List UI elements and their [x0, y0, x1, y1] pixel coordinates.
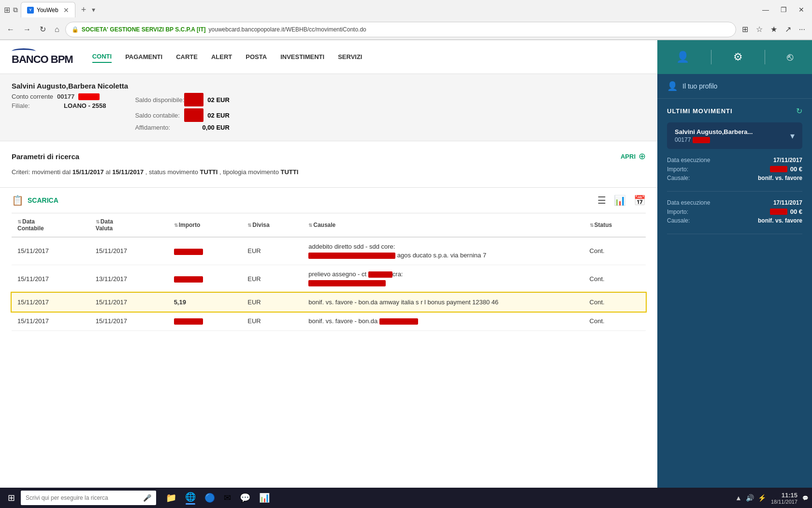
taskbar-apps: 📁 🌐 🔵 ✉ 💬 📊 — [162, 488, 274, 508]
movement-causale-row-1: Causale: bonif. vs. favore — [667, 175, 802, 181]
minimize-button[interactable]: — — [758, 5, 773, 15]
movement-date-value-1: 17/11/2017 — [773, 157, 802, 164]
reader-view-button[interactable]: ⊞ — [739, 23, 751, 36]
sidebar-body: 👤 Il tuo profilo ULTIMI MOVIMENTI ↻ Salv… — [657, 74, 812, 250]
maximize-button[interactable]: ❐ — [777, 5, 791, 15]
table-section: 📋 SCARICA ☰ 📊 📅 ⇅DataContabile ⇅DataValu… — [0, 188, 657, 341]
account-type-label: Conto corrente — [12, 93, 53, 100]
cell-importo — [168, 237, 242, 265]
account-left: Conto corrente 00177 Filiale: LOANO - 25… — [12, 93, 106, 133]
nav-alert[interactable]: ALERT — [211, 51, 232, 62]
forward-button[interactable]: → — [20, 23, 34, 36]
settings-icon-button[interactable]: ⚙ — [733, 51, 743, 63]
taskbar-app-indicator — [186, 503, 195, 505]
account-type-row: Conto corrente 00177 — [12, 93, 106, 100]
share-button[interactable]: ↗ — [782, 23, 794, 36]
cell-data-valuta: 15/11/2017 — [90, 237, 168, 265]
sidebar-account-card[interactable]: Salvini Augusto,Barbera... 00177 ▾ — [667, 122, 802, 149]
movement-item-2: Data esecuzione 17/11/2017 Importo: 00 €… — [667, 199, 802, 234]
taskbar-search-input[interactable] — [26, 494, 140, 501]
close-button[interactable]: ✕ — [795, 5, 808, 15]
nav-posta[interactable]: POSTA — [246, 51, 267, 62]
col-divisa[interactable]: ⇅Divisa — [242, 213, 303, 237]
profile-icon-button[interactable]: 👤 — [676, 51, 689, 63]
taskbar-app-explorer[interactable]: 📁 — [162, 488, 180, 508]
taskbar-app-chrome[interactable]: 🔵 — [201, 488, 219, 508]
list-view-button[interactable]: ☰ — [597, 194, 606, 206]
notification-icon[interactable]: 💬 — [802, 495, 808, 501]
logo-text: BANCO BPM — [12, 53, 73, 66]
account-card-chevron[interactable]: ▾ — [790, 131, 795, 141]
taskbar: ⊞ 🎤 📁 🌐 🔵 ✉ 💬 📊 ▲ 🔊 ⚡ 11:15 — [0, 488, 812, 508]
taskbar-search[interactable]: 🎤 — [21, 491, 156, 505]
nav-pagamenti[interactable]: PAGAMENTI — [125, 51, 162, 62]
profile-link-icon: 👤 — [667, 81, 678, 91]
profile-link[interactable]: 👤 Il tuo profilo — [657, 74, 812, 99]
folder-icon: 📁 — [166, 493, 176, 503]
refresh-button[interactable]: ↻ — [37, 23, 49, 36]
download-icon: 📋 — [12, 194, 24, 206]
search-title: Parametri di ricerca — [12, 152, 79, 161]
cell-causale: prelievo assegno - ct cra: — [303, 265, 583, 293]
col-causale[interactable]: ⇅Causale — [303, 213, 583, 237]
profile-link-label: Il tuo profilo — [682, 82, 717, 90]
nav-conti[interactable]: CONTI — [92, 51, 112, 63]
movement-date-value-2: 17/11/2017 — [773, 199, 802, 206]
col-importo[interactable]: ⇅Importo — [168, 213, 242, 237]
taskbar-app-edge[interactable]: 🌐 — [181, 488, 200, 508]
start-button[interactable]: ⊞ — [4, 491, 19, 505]
chat-icon: 💬 — [240, 493, 250, 503]
filiale-value: LOANO - 2558 — [64, 102, 106, 109]
movement-date-row-2: Data esecuzione 17/11/2017 — [667, 199, 802, 206]
sidebar-top: 👤 ⚙ ⎋ — [657, 40, 812, 74]
movement-date-label-2: Data esecuzione — [667, 199, 710, 206]
taskbar-app-excel[interactable]: 📊 — [255, 488, 274, 508]
ultimi-movimenti-title: ULTIMI MOVIMENTI ↻ — [667, 106, 802, 116]
saldo-contabile-redacted — [184, 108, 203, 122]
favorites-button[interactable]: ☆ — [753, 23, 766, 36]
col-data-valuta[interactable]: ⇅DataValuta — [90, 213, 168, 237]
refresh-movements-button[interactable]: ↻ — [796, 106, 802, 116]
affidamento-value: 0,00 EUR — [202, 124, 229, 131]
window-icon: ⊞ — [4, 5, 10, 15]
apri-icon: ⊕ — [638, 151, 646, 162]
calendar-view-button[interactable]: 📅 — [634, 194, 646, 206]
volume-icon: 🔊 — [746, 494, 754, 502]
apri-button[interactable]: APRI ⊕ — [621, 151, 646, 162]
address-bar[interactable]: 🔒 SOCIETA' GESTIONE SERVIZI BP S.C.P.A [… — [65, 22, 736, 37]
url-text: youwebcard.bancopopolare.it/WEBHB/cc/mov… — [209, 26, 730, 33]
col-status[interactable]: ⇅Status — [584, 213, 646, 237]
movement-causale-value-1: bonif. vs. favore — [758, 175, 802, 181]
criteria-text: Criteri: movimenti dal 15/11/2017 al 15/… — [12, 167, 646, 178]
new-tab-button[interactable]: + — [78, 4, 89, 16]
logout-icon-button[interactable]: ⎋ — [787, 51, 793, 63]
tab-close-button[interactable]: ✕ — [63, 6, 69, 14]
affidamento-label: Affidamento: — [135, 124, 170, 131]
saldo-disponibile-label: Saldo disponibile: — [135, 96, 184, 104]
chart-view-button[interactable]: 📊 — [614, 194, 626, 206]
more-button[interactable]: ··· — [796, 23, 808, 36]
importo-redacted-sidebar-2 — [770, 209, 787, 215]
back-button[interactable]: ← — [4, 23, 17, 36]
taskbar-app-email[interactable]: ✉ — [220, 488, 235, 508]
saldo-contabile-row: Saldo contabile: 02 EUR — [135, 108, 229, 122]
col-data-contabile[interactable]: ⇅DataContabile — [12, 213, 90, 237]
cell-data-contabile: 15/11/2017 — [12, 293, 90, 312]
movement-importo-value-2: 00 € — [770, 208, 802, 215]
table-view-icons: ☰ 📊 📅 — [597, 194, 646, 206]
nav-carte[interactable]: CARTE — [176, 51, 198, 62]
table-header: ⇅DataContabile ⇅DataValuta ⇅Importo ⇅Div… — [12, 213, 646, 237]
search-params-section: Parametri di ricerca APRI ⊕ Criteri: mov… — [0, 141, 657, 188]
nav-investimenti[interactable]: INVESTIMENTI — [280, 51, 324, 62]
tab-list-button[interactable]: ▾ — [92, 6, 95, 14]
sidebar-divider — [711, 50, 711, 64]
nav-servizi[interactable]: SERVIZI — [338, 51, 362, 62]
importo-redacted — [174, 276, 203, 283]
collections-button[interactable]: ★ — [768, 23, 780, 36]
scarica-button[interactable]: 📋 SCARICA — [12, 194, 58, 206]
active-tab[interactable]: Y YouWeb ✕ — [21, 2, 75, 17]
cell-status: Cont. — [584, 293, 646, 312]
home-button[interactable]: ⌂ — [52, 23, 62, 36]
taskbar-app-chat[interactable]: 💬 — [236, 488, 254, 508]
cell-status: Cont. — [584, 312, 646, 330]
